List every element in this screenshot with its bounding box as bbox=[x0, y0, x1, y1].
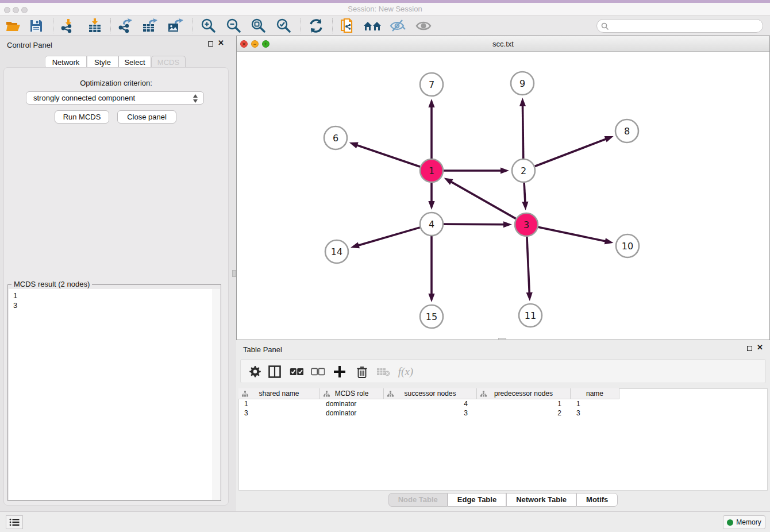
tab-mcds[interactable]: MCDS bbox=[151, 56, 186, 68]
cell-successor-nodes[interactable]: 4 bbox=[384, 399, 477, 408]
table-tabs: Node TableEdge TableNetwork TableMotifs bbox=[236, 493, 770, 507]
edge-arrowhead bbox=[522, 202, 528, 210]
cell-shared-name[interactable]: 1 bbox=[238, 399, 320, 408]
float-table-panel-icon[interactable] bbox=[747, 346, 752, 351]
table-settings-gear-button[interactable] bbox=[247, 364, 264, 380]
export-network-button[interactable] bbox=[116, 18, 135, 34]
run-mcds-button[interactable]: Run MCDS bbox=[55, 110, 109, 124]
table-row[interactable]: 1dominator411 bbox=[238, 399, 619, 408]
column-header-successor-nodes[interactable]: successor nodes bbox=[384, 388, 477, 399]
show-all-icon bbox=[415, 20, 432, 32]
tab-style[interactable]: Style bbox=[87, 56, 118, 68]
mcds-panel: Optimization criterion: strongly connect… bbox=[3, 67, 229, 506]
show-columns-button[interactable] bbox=[266, 364, 283, 380]
close-panel-icon[interactable]: ✕ bbox=[218, 38, 224, 47]
divider-grip[interactable] bbox=[232, 270, 236, 277]
memory-status-icon bbox=[727, 519, 733, 526]
edge-3-1[interactable] bbox=[449, 181, 515, 219]
edge-3-11[interactable] bbox=[527, 237, 529, 295]
tab-node-table[interactable]: Node Table bbox=[388, 493, 448, 507]
edge-1-6[interactable] bbox=[355, 145, 420, 167]
cell-MCDS-role[interactable]: dominator bbox=[320, 399, 384, 408]
result-scrollbar[interactable] bbox=[213, 289, 220, 500]
cell-name[interactable]: 3 bbox=[571, 408, 619, 418]
status-bar: Memory bbox=[0, 511, 770, 532]
edge-arrowhead bbox=[349, 142, 359, 149]
zoom-selected-button[interactable] bbox=[274, 18, 293, 34]
mcds-result-title: MCDS result (2 nodes) bbox=[11, 280, 92, 288]
delete-rows-button[interactable] bbox=[353, 364, 371, 380]
mcds-result-item[interactable]: 3 bbox=[9, 300, 220, 310]
edge-arrowhead bbox=[428, 294, 434, 302]
control-panel: Control Panel ✕ NetworkStyleSelectMCDS O… bbox=[0, 36, 232, 511]
cell-predecessor-nodes[interactable]: 1 bbox=[477, 399, 571, 408]
table-row[interactable]: 3dominator323 bbox=[238, 408, 619, 418]
cell-shared-name[interactable]: 3 bbox=[238, 408, 320, 418]
column-header-name[interactable]: name bbox=[571, 388, 619, 399]
panel-divider[interactable] bbox=[232, 36, 236, 511]
optimization-criterion-select[interactable]: strongly connected component bbox=[26, 91, 204, 105]
import-network-button[interactable] bbox=[58, 18, 78, 34]
float-panel-icon[interactable] bbox=[208, 41, 213, 47]
zoom-out-button[interactable] bbox=[224, 18, 243, 34]
export-table-button[interactable] bbox=[140, 18, 160, 34]
zoom-in-icon bbox=[201, 18, 215, 33]
search-input[interactable] bbox=[596, 19, 763, 33]
deselect-all-rows-button[interactable] bbox=[309, 364, 326, 380]
import-table-button[interactable] bbox=[85, 18, 105, 34]
delete-table-button bbox=[375, 364, 392, 380]
apply-layout-button[interactable] bbox=[306, 18, 326, 34]
edge-4-3[interactable] bbox=[444, 224, 506, 225]
optimization-criterion-value: strongly connected component bbox=[33, 94, 135, 102]
task-list-icon bbox=[9, 518, 20, 526]
clone-network-button[interactable] bbox=[338, 18, 357, 34]
memory-button[interactable]: Memory bbox=[723, 515, 765, 529]
export-image-button[interactable] bbox=[165, 18, 185, 34]
task-history-button[interactable] bbox=[6, 515, 23, 529]
first-neighbors-button[interactable] bbox=[363, 18, 382, 34]
node-label-6: 6 bbox=[333, 133, 338, 144]
tab-network-table[interactable]: Network Table bbox=[506, 493, 576, 507]
cell-name[interactable]: 1 bbox=[571, 399, 619, 408]
edge-4-14[interactable] bbox=[357, 228, 420, 246]
network-graph-canvas[interactable]: 7968124314101511 bbox=[237, 52, 769, 340]
cell-MCDS-role[interactable]: dominator bbox=[320, 408, 384, 418]
node-label-9: 9 bbox=[519, 78, 525, 89]
edge-2-8[interactable] bbox=[535, 138, 608, 167]
save-session-button[interactable] bbox=[26, 18, 46, 34]
tab-select[interactable]: Select bbox=[118, 56, 151, 68]
tab-edge-table[interactable]: Edge Table bbox=[448, 493, 506, 507]
edge-arrowhead bbox=[428, 201, 434, 210]
column-header-shared-name[interactable]: shared name bbox=[238, 388, 320, 399]
edge-2-3[interactable] bbox=[524, 183, 525, 204]
edge-arrowhead bbox=[605, 238, 614, 244]
toolbar-separator bbox=[110, 18, 111, 33]
column-header-predecessor-nodes[interactable]: predecessor nodes bbox=[477, 388, 571, 399]
close-panel-button[interactable]: Close panel bbox=[117, 110, 176, 124]
open-session-button[interactable] bbox=[3, 18, 23, 34]
toolbar-separator bbox=[192, 18, 192, 33]
add-row-button[interactable] bbox=[331, 364, 348, 380]
column-header-label: successor nodes bbox=[404, 390, 456, 398]
network-view-window: ✕ − + scc.txt 7968124314101511 bbox=[236, 36, 770, 340]
mcds-result-item[interactable]: 1 bbox=[9, 289, 220, 300]
zoom-fit-button[interactable] bbox=[248, 18, 268, 34]
node-label-10: 10 bbox=[622, 241, 633, 252]
application-window: Session: New Session bbox=[0, 0, 770, 532]
network-window-titlebar[interactable]: ✕ − + scc.txt bbox=[237, 36, 769, 52]
cell-predecessor-nodes[interactable]: 2 bbox=[477, 408, 571, 418]
select-all-rows-button[interactable] bbox=[288, 364, 305, 380]
zoom-out-icon bbox=[226, 18, 241, 33]
close-table-panel-icon[interactable]: ✕ bbox=[757, 343, 763, 352]
cell-successor-nodes[interactable]: 3 bbox=[384, 408, 477, 418]
tab-motifs[interactable]: Motifs bbox=[576, 493, 618, 507]
column-header-MCDS-role[interactable]: MCDS role bbox=[320, 388, 384, 399]
hide-selected-button[interactable] bbox=[388, 18, 407, 34]
edge-2-9[interactable] bbox=[522, 104, 523, 159]
tab-network[interactable]: Network bbox=[45, 56, 87, 68]
edge-3-10[interactable] bbox=[538, 227, 607, 241]
show-all-button[interactable] bbox=[414, 18, 433, 34]
zoom-in-button[interactable] bbox=[198, 18, 218, 34]
mcds-result-list[interactable]: 13 bbox=[9, 289, 220, 500]
import-network-icon bbox=[60, 18, 75, 33]
